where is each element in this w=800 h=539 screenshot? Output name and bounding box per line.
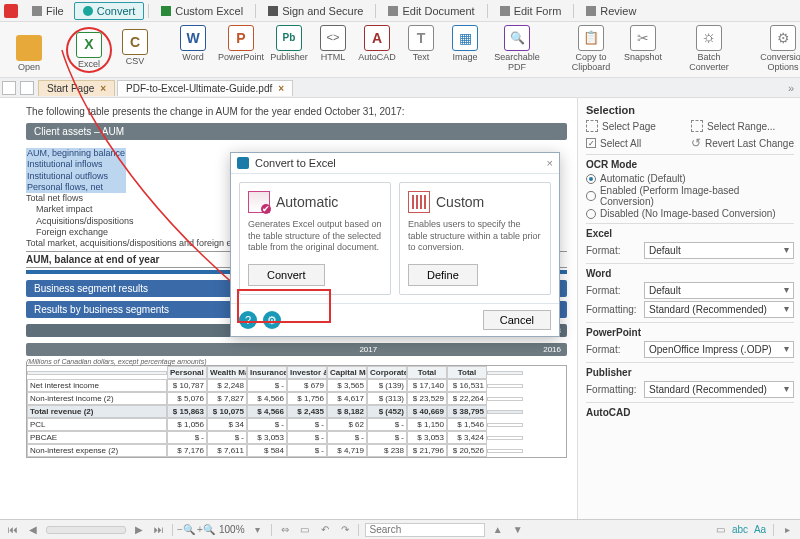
first-page-button[interactable]: ⏮ <box>6 523 20 537</box>
ribbon-image[interactable]: Image <box>444 23 486 73</box>
menu-review-label: Review <box>600 5 636 17</box>
table-row: Net interest income$ 10,787$ 2,248$ -$ 6… <box>27 379 566 392</box>
menu-divider <box>375 4 376 18</box>
custom-icon <box>408 191 430 213</box>
sel-line: Personal flows, net <box>27 182 125 193</box>
ribbon-text[interactable]: Text <box>400 23 442 73</box>
close-icon[interactable]: × <box>278 83 284 94</box>
rotate-right-icon[interactable]: ↷ <box>338 523 352 537</box>
tabs-overflow[interactable]: » <box>782 82 800 94</box>
ocr-enabled[interactable]: Enabled (Perform Image-based Conversion) <box>586 185 794 207</box>
select-range[interactable]: Select Range... <box>691 120 794 132</box>
excel-format-value: Default <box>649 245 681 256</box>
sign-icon <box>268 6 278 16</box>
view-grid-icon[interactable] <box>20 81 34 95</box>
ribbon-html[interactable]: HTML <box>312 23 354 73</box>
ribbon-excel-label: Excel <box>78 60 100 69</box>
define-button[interactable]: Define <box>408 264 478 286</box>
cancel-button[interactable]: Cancel <box>483 310 551 330</box>
ribbon-options[interactable]: Conversion Options <box>754 23 800 73</box>
select-page[interactable]: Select Page <box>586 120 689 132</box>
ribbon-snapshot-label: Snapshot <box>624 53 662 62</box>
menu-file[interactable]: File <box>24 3 72 19</box>
settings-button[interactable]: ⚙ <box>263 311 281 329</box>
page-display-icon[interactable]: ▭ <box>713 523 727 537</box>
search-input[interactable] <box>365 523 485 537</box>
ribbon-batch[interactable]: Batch Converter <box>680 23 738 73</box>
menu-convert[interactable]: Convert <box>74 2 145 20</box>
zoom-out-button[interactable]: −🔍 <box>179 523 193 537</box>
ribbon-powerpoint[interactable]: PowerPoint <box>216 23 266 73</box>
ocr-disabled[interactable]: Disabled (No Image-based Conversion) <box>586 208 794 219</box>
separator <box>271 524 272 536</box>
last-page-button[interactable]: ⏭ <box>152 523 166 537</box>
revert-icon: ↺ <box>691 136 701 150</box>
image-icon <box>452 25 478 51</box>
select-all-label: Select All <box>600 138 641 149</box>
ribbon-autocad[interactable]: AutoCAD <box>356 23 398 73</box>
word-formatting-dropdown[interactable]: Standard (Recommended) <box>644 301 794 318</box>
prev-page-button[interactable]: ◀ <box>26 523 40 537</box>
ribbon-spdf-label: Searchable PDF <box>489 53 545 72</box>
revert-last-change[interactable]: ↺Revert Last Change <box>691 136 794 150</box>
menu-custom-excel[interactable]: Custom Excel <box>153 3 251 19</box>
rotate-left-icon[interactable]: ↶ <box>318 523 332 537</box>
page-scroll[interactable] <box>46 526 126 534</box>
ocr-mode-heading: OCR Mode <box>586 159 794 170</box>
custom-desc: Enables users to specify the table struc… <box>408 219 542 254</box>
ribbon-autocad-label: AutoCAD <box>358 53 396 62</box>
table-13-years: 2017 2016 <box>26 343 567 356</box>
menu-edit-document[interactable]: Edit Document <box>380 3 482 19</box>
ribbon-csv[interactable]: CSV <box>114 27 156 73</box>
search-next-button[interactable]: ▼ <box>511 523 525 537</box>
word-format-dropdown[interactable]: Default <box>644 282 794 299</box>
ribbon-excel[interactable]: Excel <box>66 27 112 73</box>
right-panel: Selection Select Page Select Range... ✓S… <box>578 98 800 519</box>
menu-file-label: File <box>46 5 64 17</box>
custom-title: Custom <box>436 194 484 210</box>
dialog-close-button[interactable]: × <box>547 157 553 169</box>
tab-document[interactable]: PDF-to-Excel-Ultimate-Guide.pdf× <box>117 80 293 96</box>
fit-page-icon[interactable]: ▭ <box>298 523 312 537</box>
ribbon-searchable-pdf[interactable]: Searchable PDF <box>488 23 546 73</box>
ribbon-batch-label: Batch Converter <box>681 53 737 72</box>
select-all[interactable]: ✓Select All <box>586 136 689 150</box>
zoom-in-button[interactable]: +🔍 <box>199 523 213 537</box>
publisher-formatting-dropdown[interactable]: Standard (Recommended) <box>644 381 794 398</box>
ribbon-open[interactable]: Open <box>8 33 50 73</box>
select-all-icon: ✓ <box>586 138 596 148</box>
ocr-auto[interactable]: Automatic (Default) <box>586 173 794 184</box>
view-thumbnails-icon[interactable] <box>2 81 16 95</box>
excel-format-dropdown[interactable]: Default <box>644 242 794 259</box>
ppt-format-dropdown[interactable]: OpenOffice Impress (.ODP) <box>644 341 794 358</box>
collapse-panel-icon[interactable]: ▸ <box>780 523 794 537</box>
tab-start-label: Start Page <box>47 83 94 94</box>
text-size-icon[interactable]: Aa <box>753 523 767 537</box>
close-icon[interactable]: × <box>100 83 106 94</box>
zoom-dropdown[interactable]: ▾ <box>251 523 265 537</box>
word-formatting-value: Standard (Recommended) <box>649 304 767 315</box>
ribbon-snapshot[interactable]: Snapshot <box>622 23 664 73</box>
selected-text-block[interactable]: AUM, beginning balance Institutional inf… <box>26 148 126 193</box>
ribbon-publisher[interactable]: Publisher <box>268 23 310 73</box>
search-prev-button[interactable]: ▲ <box>491 523 505 537</box>
abc-tool-icon[interactable]: abc <box>733 523 747 537</box>
automatic-icon <box>248 191 270 213</box>
ribbon-copy-label: Copy to Clipboard <box>563 53 619 72</box>
menu-review[interactable]: Review <box>578 3 644 19</box>
fit-width-icon[interactable]: ⇔ <box>278 523 292 537</box>
tab-start-page[interactable]: Start Page× <box>38 80 115 96</box>
help-button[interactable]: ? <box>239 311 257 329</box>
menu-edit-form[interactable]: Edit Form <box>492 3 570 19</box>
publisher-formatting-value: Standard (Recommended) <box>649 384 767 395</box>
next-page-button[interactable]: ▶ <box>132 523 146 537</box>
menu-sign-secure[interactable]: Sign and Secure <box>260 3 371 19</box>
ribbon-copy-clipboard[interactable]: Copy to Clipboard <box>562 23 620 73</box>
excel-icon <box>76 32 102 58</box>
convert-button[interactable]: Convert <box>248 264 325 286</box>
table-row: Non-interest income (2)$ 5,076$ 7,827$ 4… <box>27 392 566 405</box>
edit-doc-icon <box>388 6 398 16</box>
ribbon-word[interactable]: Word <box>172 23 214 73</box>
menu-edit-form-label: Edit Form <box>514 5 562 17</box>
app-icon <box>4 4 18 18</box>
